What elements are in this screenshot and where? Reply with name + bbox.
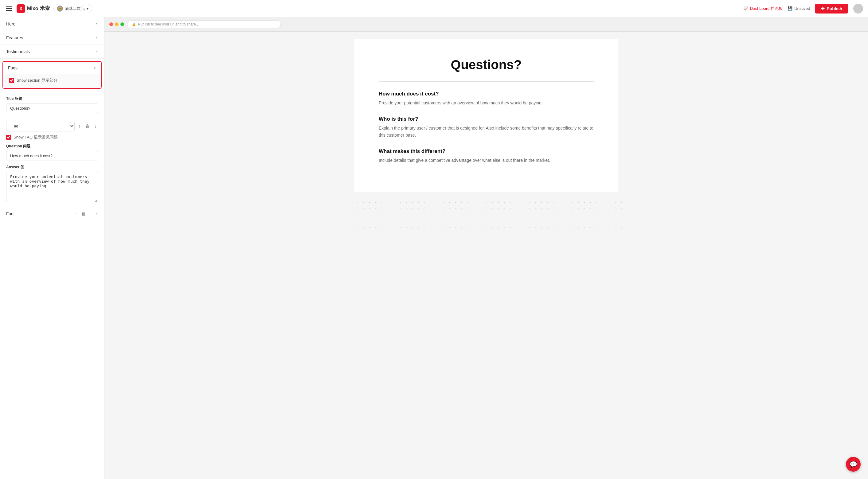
hamburger-line-1 bbox=[6, 6, 12, 7]
chart-icon: 📈 bbox=[743, 6, 748, 11]
faq-bottom-move-down-button[interactable]: ↓ bbox=[89, 210, 93, 217]
logo-brand: Mixo bbox=[27, 6, 38, 11]
faq-dropdown-row: Faq ↑ 🗑 ↓ bbox=[6, 121, 98, 131]
title-input[interactable] bbox=[6, 103, 98, 113]
faq-bottom-move-up-button[interactable]: ↑ bbox=[74, 210, 78, 217]
title-field-label: Title 标题 bbox=[6, 96, 98, 101]
sidebar-section-hero: Hero ∧ bbox=[0, 17, 104, 31]
faq-item-2: What makes this different? Include detai… bbox=[379, 148, 594, 164]
show-section-checkbox[interactable] bbox=[9, 78, 14, 83]
hero-chevron-icon: ∧ bbox=[95, 22, 98, 26]
logo: X Mixo 米索 bbox=[17, 4, 50, 13]
unsaved-label: Unsaved bbox=[794, 6, 810, 11]
logo-icon: X bbox=[17, 4, 25, 13]
faqs-section-content: Show section 显示部分 bbox=[3, 74, 101, 88]
faq-bottom-label: Faq bbox=[6, 211, 13, 216]
site-name: 喵咪二次元 bbox=[65, 6, 85, 11]
show-faq-row: Show FAQ 显示常见问题 bbox=[6, 134, 98, 140]
page-title: Questions? bbox=[379, 57, 594, 72]
browser-dot-green bbox=[120, 23, 124, 26]
header-left: X Mixo 米索 🐱 喵咪二次元 ▾ bbox=[5, 4, 92, 13]
show-faq-checkbox[interactable] bbox=[6, 135, 11, 140]
faq-answer-0: Provide your potential customers with an… bbox=[379, 99, 594, 106]
unsaved-icon: 💾 bbox=[787, 6, 793, 11]
sidebar-section-features: Features ∧ bbox=[0, 31, 104, 45]
faqs-section-header[interactable]: Faqs ∨ bbox=[3, 62, 101, 74]
faq-dropdown-container: Faq ↑ 🗑 ↓ Show FAQ 显示常见问题 Question 问题 An… bbox=[0, 121, 104, 206]
hamburger-line-3 bbox=[6, 10, 12, 11]
answer-textarea[interactable]: Provide your potential customers with an… bbox=[6, 172, 98, 202]
faq-bottom-header[interactable]: Faq ↑ 🗑 ↓ ∧ bbox=[0, 206, 104, 221]
dashboard-label: Dashboard 挡泥板 bbox=[750, 6, 783, 11]
sidebar-section-testimonials: Testimonials ∧ bbox=[0, 45, 104, 59]
chat-icon: 💬 bbox=[849, 460, 857, 468]
title-field-container: Title 标题 bbox=[0, 91, 104, 117]
chat-button[interactable]: 💬 bbox=[846, 457, 861, 472]
preview-scroll: Questions? How much does it cost? Provid… bbox=[104, 32, 868, 479]
faqs-container: Faqs ∨ Show section 显示部分 bbox=[0, 59, 104, 91]
publish-button[interactable]: ✚ Publish bbox=[815, 4, 848, 13]
publish-icon: ✚ bbox=[821, 6, 825, 11]
unsaved-button[interactable]: 💾 Unsaved bbox=[787, 6, 810, 11]
browser-dots bbox=[110, 23, 124, 26]
dots-background bbox=[348, 199, 624, 230]
answer-label: Answer 答 bbox=[6, 165, 98, 170]
faq-bottom-delete-button[interactable]: 🗑 bbox=[80, 210, 87, 217]
move-down-button[interactable]: ↓ bbox=[93, 123, 98, 130]
move-up-button[interactable]: ↑ bbox=[77, 123, 82, 130]
faqs-label: Faqs bbox=[8, 65, 18, 70]
app-header: X Mixo 米索 🐱 喵咪二次元 ▾ 📈 Dashboard 挡泥板 💾 Un… bbox=[0, 0, 868, 17]
features-label: Features bbox=[6, 35, 23, 40]
faq-answer-1: Explain the primary user / customer that… bbox=[379, 125, 594, 138]
url-placeholder: Publish to see your url and to share... bbox=[138, 22, 199, 26]
publish-label: Publish bbox=[827, 6, 842, 11]
faq-bottom-section: Faq ↑ 🗑 ↓ ∧ bbox=[0, 206, 104, 221]
faq-answer-2: Include details that give a competitive … bbox=[379, 157, 594, 164]
url-bar[interactable]: 🔒 Publish to see your url and to share..… bbox=[127, 20, 281, 28]
logo-sub: 米索 bbox=[40, 5, 50, 12]
features-chevron-icon: ∧ bbox=[95, 36, 98, 40]
browser-dot-red bbox=[110, 23, 113, 26]
faqs-chevron-icon: ∨ bbox=[93, 66, 96, 70]
testimonials-chevron-icon: ∧ bbox=[95, 50, 98, 54]
browser-dot-yellow bbox=[115, 23, 119, 26]
question-label: Question 问题 bbox=[6, 144, 98, 149]
sidebar-section-testimonials-header[interactable]: Testimonials ∧ bbox=[0, 45, 104, 58]
sidebar-section-hero-header[interactable]: Hero ∧ bbox=[0, 17, 104, 31]
faq-bottom-chevron-icon: ∧ bbox=[95, 212, 98, 216]
preview-area: 🔒 Publish to see your url and to share..… bbox=[104, 17, 868, 479]
faq-bottom-controls: ↑ 🗑 ↓ ∧ bbox=[74, 210, 98, 217]
faq-select[interactable]: Faq bbox=[6, 121, 75, 131]
dashboard-link[interactable]: 📈 Dashboard 挡泥板 bbox=[743, 6, 783, 11]
faq-item-0: How much does it cost? Provide your pote… bbox=[379, 91, 594, 106]
show-section-label: Show section 显示部分 bbox=[17, 78, 57, 83]
faq-item-1: Who is this for? Explain the primary use… bbox=[379, 116, 594, 138]
site-selector[interactable]: 🐱 喵咪二次元 ▾ bbox=[54, 4, 92, 13]
hamburger-line-2 bbox=[6, 8, 12, 9]
main-layout: Hero ∧ Features ∧ Testimonials ∧ Faqs ∨ bbox=[0, 17, 868, 479]
header-right: 📈 Dashboard 挡泥板 💾 Unsaved ✚ Publish bbox=[743, 4, 863, 13]
hamburger-button[interactable] bbox=[5, 5, 13, 12]
question-input[interactable] bbox=[6, 151, 98, 161]
faq-question-2: What makes this different? bbox=[379, 148, 594, 155]
site-icon: 🐱 bbox=[57, 5, 63, 12]
avatar[interactable] bbox=[853, 4, 863, 13]
faq-question-0: How much does it cost? bbox=[379, 91, 594, 97]
sidebar: Hero ∧ Features ∧ Testimonials ∧ Faqs ∨ bbox=[0, 17, 104, 479]
faqs-highlighted-section: Faqs ∨ Show section 显示部分 bbox=[2, 61, 102, 89]
show-faq-label: Show FAQ 显示常见问题 bbox=[13, 134, 58, 140]
page-content: Questions? How much does it cost? Provid… bbox=[354, 39, 618, 192]
site-chevron-icon: ▾ bbox=[87, 6, 89, 11]
testimonials-label: Testimonials bbox=[6, 49, 30, 54]
browser-bar: 🔒 Publish to see your url and to share..… bbox=[104, 17, 868, 32]
faq-question-1: Who is this for? bbox=[379, 116, 594, 122]
hero-label: Hero bbox=[6, 22, 16, 26]
lock-icon: 🔒 bbox=[132, 23, 136, 26]
sidebar-section-features-header[interactable]: Features ∧ bbox=[0, 31, 104, 44]
delete-button[interactable]: 🗑 bbox=[84, 123, 91, 130]
show-section-row: Show section 显示部分 bbox=[9, 78, 95, 83]
